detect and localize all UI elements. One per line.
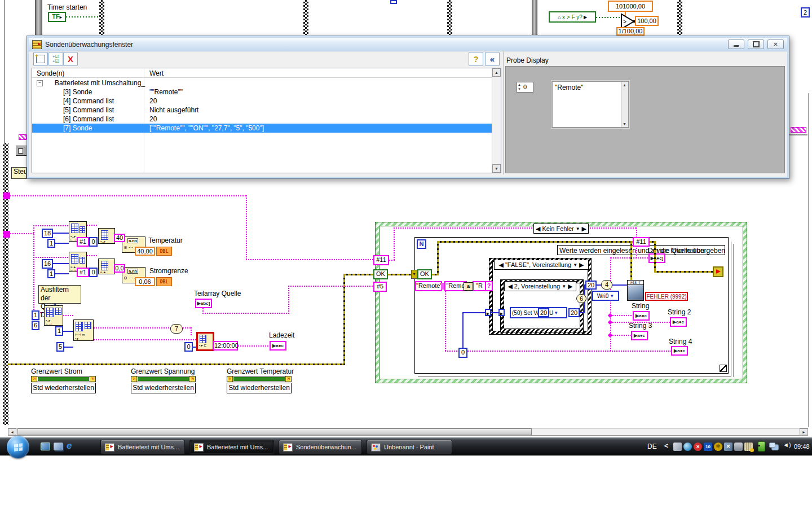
int-constant[interactable]: 5 (56, 342, 64, 352)
tray-chevron[interactable]: < (664, 442, 668, 450)
window-switcher-icon[interactable] (54, 443, 63, 450)
string-display-scrollbar[interactable]: ▲ ▼ (621, 82, 628, 127)
next-case-arrow[interactable]: ▶ (568, 283, 572, 290)
case-false-selector[interactable]: ◀ "FALSE", Voreinstellung ▼ ▶ (494, 260, 589, 270)
string-indicator-icon[interactable]: ▶a●c (633, 311, 650, 321)
help-button[interactable]: ? (469, 52, 483, 66)
index-spinner[interactable]: ▲▼ 0 (517, 82, 533, 93)
delete-probe-button[interactable]: X (63, 52, 78, 66)
int-constant[interactable]: 1 (55, 326, 63, 336)
timer-label[interactable]: Timer starten (47, 3, 87, 11)
ladezeit-label[interactable]: Ladezeit (269, 331, 294, 339)
start-button[interactable] (7, 436, 29, 458)
string-display[interactable]: "Remote" ▲ ▼ (551, 81, 629, 128)
tray-icon-gear[interactable]: ✱ (714, 443, 722, 451)
limit-label[interactable]: Grenzwert Spannung (131, 367, 195, 375)
scroll-up-arrow[interactable]: ▲ (623, 83, 626, 87)
dropdown-arrow[interactable]: ▼ (576, 226, 580, 231)
collapse-button[interactable]: « (485, 52, 500, 66)
pane-splitter[interactable] (503, 50, 504, 174)
int-constant[interactable]: 6 (32, 321, 39, 330)
pink-constant[interactable]: 40 (114, 234, 125, 242)
numeric-constant-100[interactable]: 100,00 (635, 16, 659, 26)
table-vscrollbar[interactable]: ▲ ▼ (492, 68, 501, 173)
tray-icon-keyboard[interactable] (744, 443, 753, 451)
string-label[interactable]: String 4 (669, 338, 692, 345)
int-constant-0[interactable]: 0 (458, 348, 467, 358)
scrollbar-thumb[interactable] (17, 428, 532, 435)
steu-label-fragment[interactable]: Steu (11, 167, 27, 179)
pink-constant[interactable]: 0,0 (114, 264, 125, 273)
add-probes-button[interactable]: +☑ +☑ (48, 52, 63, 66)
power-plug-icon[interactable] (758, 441, 765, 452)
string-constant-remote[interactable]: "Remote" (415, 281, 442, 291)
scroll-right-button[interactable]: ► (800, 428, 808, 435)
string-indicator-icon[interactable]: ▶a●c (270, 341, 286, 351)
taskbar-button-2-active[interactable]: Batterietest mit Ums... (189, 440, 274, 454)
int-constant[interactable]: 16 (42, 259, 53, 269)
numeric-constant-101000[interactable]: 101000,00 (608, 1, 653, 12)
numeric-indicator[interactable]: 40,00 (135, 247, 155, 256)
string-label[interactable]: String (632, 302, 649, 310)
string-label[interactable]: String 3 (629, 322, 652, 330)
dropdown-arrow[interactable]: ▼ (573, 262, 577, 268)
int-constant[interactable]: 1 (47, 269, 55, 278)
ok-constant[interactable]: OK (417, 269, 432, 279)
spinner-arrows[interactable]: ▲▼ (518, 82, 521, 91)
ie-icon[interactable]: e (67, 440, 72, 452)
table-row[interactable]: [5] Command list Nicht ausgeführt (32, 106, 492, 115)
frame-corner[interactable] (720, 365, 727, 372)
int-constant[interactable]: 0 (184, 342, 193, 352)
string-indicator-icon[interactable]: ▶a●c (671, 346, 688, 356)
temperatur-label[interactable]: Temperatur (148, 237, 183, 244)
limit-slider[interactable]: ?! ?! (131, 376, 196, 382)
tray-icon-app[interactable] (673, 443, 682, 451)
prev-case-arrow[interactable]: ◀ (508, 283, 512, 290)
boolean-constant-timer[interactable]: TF▸ (48, 12, 66, 22)
string-label[interactable]: String 2 (668, 308, 691, 316)
dropdown-arrow[interactable]: ▼ (610, 292, 614, 300)
prev-case-arrow[interactable]: ◀ (536, 225, 540, 233)
shift-register[interactable]: ▼ (411, 270, 417, 279)
tree-collapse-box[interactable]: − (37, 80, 43, 86)
restore-default-button[interactable]: Std wiederherstellen (227, 383, 292, 393)
limit-label[interactable]: Grenzwert Strom (31, 367, 82, 375)
index-array-node-breakpoint[interactable]: ▪.▸ ⊏ (196, 332, 214, 351)
limit-label[interactable]: Grenzwert Temperatur (227, 367, 294, 375)
taskbar-button-4[interactable]: Unbenannt - Paint (367, 440, 452, 454)
panel-divider-bar-2[interactable] (532, 0, 537, 35)
int-constant[interactable]: 0 (89, 237, 98, 247)
array-subset-node[interactable]: ▪..▸⊢⊣ (44, 305, 63, 326)
scroll-down-arrow[interactable]: ▼ (623, 122, 626, 126)
numeric-constant-2[interactable]: 2 (801, 7, 810, 17)
ring-write[interactable]: Wri0 ▼ (592, 291, 619, 301)
case-selector[interactable]: ◀ Kein Fehler ▼ ▶ (533, 224, 589, 234)
close-button[interactable]: ✕ (767, 40, 784, 49)
tray-icon-agent[interactable] (734, 443, 743, 451)
ps8-subvi[interactable]: PS8 T (627, 280, 644, 301)
string-indicator-icon[interactable]: ▶a●c (670, 317, 687, 327)
limit-slider[interactable]: ?! ?! (31, 376, 96, 382)
int-constant[interactable]: 1 (32, 310, 39, 320)
network-icon[interactable] (769, 443, 775, 448)
volume-icon[interactable]: ◄) (783, 441, 791, 448)
dropdown-arrow[interactable]: ▼ (554, 309, 558, 317)
tray-icon-security-alert[interactable]: ✕ (694, 443, 702, 451)
new-probe-button[interactable]: ✦ (33, 52, 48, 66)
string-constant-fragment[interactable]: "R (473, 281, 486, 291)
scroll-up-button[interactable]: ▲ (492, 68, 501, 77)
index-array-node[interactable]: ▪‥▸ (98, 228, 115, 244)
table-row[interactable]: [6] Command list 20 (32, 115, 492, 124)
int-constant[interactable]: 1 (47, 239, 55, 248)
string-indicator-icon[interactable]: ▶a●c (631, 331, 648, 340)
stromgrenze-label[interactable]: Stromgrenze (149, 267, 188, 275)
probe-column-header[interactable]: Sonde(n) (37, 69, 64, 77)
int-constant[interactable]: 18 (42, 229, 53, 238)
numeric-constant-1-100[interactable]: 1/100,00 (616, 27, 645, 36)
case-two-selector[interactable]: ◀ 2, Voreinstellung ▼ ▶ (504, 281, 576, 291)
index-array-node[interactable]: ▪‥▸ (98, 259, 115, 274)
table-row[interactable]: − Batterietest mit Umschaltung_ (32, 78, 492, 87)
dialog-titlebar[interactable]: ▶ Sondenüberwachungsfenster ✕ (29, 38, 787, 51)
clock[interactable]: 09:48 (794, 443, 810, 450)
tray-icon-updater[interactable] (683, 443, 692, 451)
